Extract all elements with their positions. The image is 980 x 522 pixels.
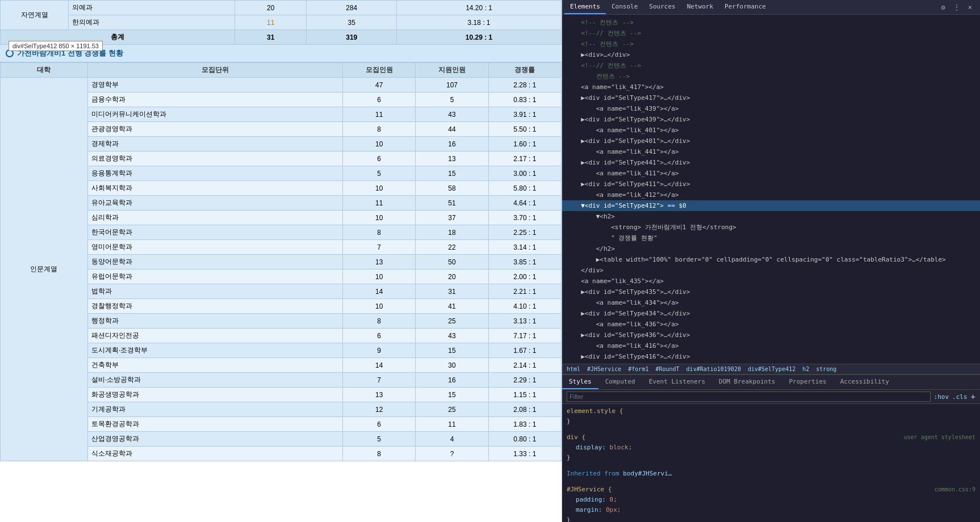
- styles-block-inherited: Inherited from body#JHServi…: [567, 469, 975, 479]
- dept-cell: 화공생명공학과: [87, 388, 342, 402]
- tab-console[interactable]: Console: [606, 0, 643, 14]
- dom-line[interactable]: ▶<div id="SelType434">…</div>: [562, 308, 980, 319]
- dom-line[interactable]: </div>: [562, 265, 980, 276]
- tab-styles[interactable]: Styles: [562, 375, 598, 389]
- quota-cell: 8: [343, 225, 416, 240]
- tab-dom-breakpoints[interactable]: DOM Breakpoints: [712, 375, 782, 389]
- dom-line[interactable]: <a name="lik_411"></a>: [562, 168, 980, 179]
- quota-cell: 7: [343, 373, 416, 388]
- tab-properties[interactable]: Properties: [782, 375, 833, 389]
- tab-event-listeners[interactable]: Event Listeners: [642, 375, 712, 389]
- breadcrumb-item[interactable]: #JHService: [587, 366, 621, 372]
- dept-cell: 도시계획·조경학부: [87, 343, 342, 358]
- quota-cell: 11: [234, 15, 307, 30]
- dom-line[interactable]: <a name="lik_401"></a>: [562, 125, 980, 136]
- tab-sources[interactable]: Sources: [643, 0, 681, 14]
- ratio-cell: 5.50 : 1: [488, 122, 561, 137]
- applicants-cell: 58: [416, 181, 488, 196]
- dom-line[interactable]: <a name="lik_441"></a>: [562, 146, 980, 157]
- dept-cell: 금융수학과: [87, 92, 342, 107]
- styles-content: element.style { } div { user agent style…: [562, 404, 980, 522]
- styles-filter-input[interactable]: [567, 392, 931, 402]
- tooltip-text: div#SelType412 850 × 1191.53: [12, 43, 99, 49]
- applicants-cell: 107: [416, 78, 488, 92]
- filter-hov[interactable]: :hov: [934, 393, 949, 401]
- filter-plus[interactable]: +: [971, 392, 975, 401]
- dom-line[interactable]: ▶<div id="SelType401">…</div>: [562, 136, 980, 146]
- devtools-icons: ⚙ ⋮ ×: [939, 2, 978, 12]
- dom-line[interactable]: <a name="lik_416"></a>: [562, 340, 980, 351]
- applicants-cell: 41: [416, 299, 488, 314]
- dom-line[interactable]: <a name="lik_417"></a>: [562, 82, 980, 92]
- dom-line[interactable]: ▶<div id="SelType417">…</div>: [562, 92, 980, 103]
- dom-line[interactable]: " 경쟁률 현황": [562, 233, 980, 243]
- tab-performance[interactable]: Performance: [719, 0, 772, 14]
- dom-line[interactable]: <!--// 컨텐츠 -->: [562, 60, 980, 71]
- applicants-cell: 30: [416, 358, 488, 373]
- dom-line[interactable]: <!-- 컨텐츠 -->: [562, 39, 980, 49]
- tab-computed[interactable]: Computed: [598, 375, 642, 389]
- dom-line[interactable]: ▼<div id="SelType412"> == $0: [562, 200, 980, 211]
- applicants-cell: 43: [416, 107, 488, 122]
- tab-network[interactable]: Network: [681, 0, 719, 14]
- close-icon[interactable]: ×: [966, 2, 974, 12]
- dom-line[interactable]: <!--// 컨텐츠 -->: [562, 28, 980, 39]
- breadcrumb-item[interactable]: div#Ratio1019020: [686, 366, 741, 372]
- ratio-cell: 0.83 : 1: [488, 92, 561, 107]
- tab-elements[interactable]: Elements: [564, 0, 606, 14]
- dom-line[interactable]: <a name="lik_439"></a>: [562, 103, 980, 114]
- dom-line[interactable]: <a name="lik_435"></a>: [562, 276, 980, 287]
- applicants-cell: 5: [416, 92, 488, 107]
- ratio-cell: 2.25 : 1: [488, 225, 561, 240]
- devtools-panel: Elements Console Sources Network Perform…: [562, 0, 980, 522]
- breadcrumb-item[interactable]: html: [567, 366, 580, 372]
- filter-cls[interactable]: .cls: [952, 393, 968, 401]
- ratio-cell: 2.28 : 1: [488, 78, 561, 92]
- dom-line[interactable]: ▼<h2>: [562, 211, 980, 222]
- dom-line[interactable]: <!-- 컨텐츠 -->: [562, 17, 980, 28]
- breadcrumb-item[interactable]: strong: [816, 366, 836, 372]
- dom-line[interactable]: <strong> 가천바람개비1 전형</strong>: [562, 222, 980, 233]
- quota-cell: 8: [343, 447, 416, 461]
- ratio-cell: 3.91 : 1: [488, 107, 561, 122]
- quota-cell: 6: [343, 151, 416, 166]
- ratio-cell: 2.29 : 1: [488, 373, 561, 388]
- dept-cell: 유아교육학과: [87, 196, 342, 211]
- dom-line[interactable]: ▶<table width="100%" border="0" cellpadd…: [562, 254, 980, 265]
- dom-line[interactable]: ▶<div id="SelType416">…</div>: [562, 351, 980, 362]
- dom-tree[interactable]: <!-- 컨텐츠 --> <!--// 컨텐츠 --> <!-- 컨텐츠 -->…: [562, 15, 980, 364]
- total-applicants: 319: [307, 30, 397, 45]
- ratio-cell: 3.13 : 1: [488, 314, 561, 329]
- quota-cell: 47: [343, 78, 416, 92]
- dept-cell: 산업경영공학과: [87, 432, 342, 447]
- dom-line[interactable]: <a name="lik_434"></a>: [562, 297, 980, 308]
- tab-accessibility[interactable]: Accessibility: [834, 375, 896, 389]
- category-cell: 인문계열: [1, 78, 88, 461]
- styles-block-jhservice: #JHService { common.css:9 padding: 0; ma…: [567, 485, 975, 522]
- quota-cell: 10: [343, 299, 416, 314]
- ratio-cell: 3.85 : 1: [488, 255, 561, 270]
- breadcrumb-item[interactable]: #RoundT: [655, 366, 679, 372]
- dom-line[interactable]: 컨텐츠 -->: [562, 71, 980, 82]
- applicants-cell: 18: [416, 225, 488, 240]
- competition-table: 대학 모집단위 모집인원 지원인원 경쟁률 인문계열경영학부471072.28 …: [0, 62, 562, 461]
- dom-line[interactable]: ▶<div id="SelType436">…</div>: [562, 330, 980, 340]
- dom-line[interactable]: ▶<div id="SelType441">…</div>: [562, 157, 980, 168]
- settings-icon[interactable]: ⚙: [939, 2, 948, 12]
- breadcrumb-item[interactable]: h2: [802, 366, 809, 372]
- applicants-cell: 20: [416, 270, 488, 284]
- dom-line[interactable]: ▶<div>…</div>: [562, 49, 980, 60]
- breadcrumb-item[interactable]: #form1: [628, 366, 648, 372]
- dom-line[interactable]: ▶<div id="SelType435">…</div>: [562, 287, 980, 297]
- dept-cell: 기계공학과: [87, 402, 342, 417]
- dom-line[interactable]: <a name="lik_412"></a>: [562, 190, 980, 200]
- dom-line[interactable]: ▶<div id="SelType439">…</div>: [562, 114, 980, 125]
- dept-cell: 유럽어문학과: [87, 270, 342, 284]
- applicants-cell: ?: [416, 447, 488, 461]
- more-icon[interactable]: ⋮: [951, 2, 962, 12]
- dom-line[interactable]: <a name="lik_436"></a>: [562, 319, 980, 330]
- breadcrumb-item[interactable]: div#SelType412: [748, 366, 795, 372]
- dom-line[interactable]: </h2>: [562, 243, 980, 254]
- dom-line[interactable]: ▶<div id="SelType411">…</div>: [562, 179, 980, 190]
- quota-cell: 11: [343, 107, 416, 122]
